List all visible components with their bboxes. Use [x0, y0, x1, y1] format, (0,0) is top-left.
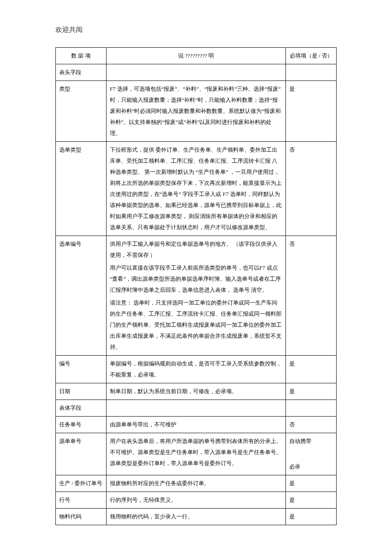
- cell-label: 任务单号: [56, 417, 107, 433]
- cell-label: 类型: [56, 81, 107, 142]
- cell-desc: 用户在表头选单后，将用户所选单据的单号携带到表体所有的分录上。不可维护。源单类型…: [106, 433, 286, 475]
- cell-desc: 由源单单号带出，不可维护: [106, 417, 286, 433]
- cell-req: 是: [286, 475, 337, 492]
- table-row: 选单类型 下拉框形式，提供 委外订单、生产任务单、生产领料单、委外加工出库单、受…: [56, 142, 337, 236]
- cell-req-spacer: [289, 449, 333, 460]
- cell-desc: 报废物料所对应的生产任务或委外订单。: [106, 475, 286, 492]
- col-required: 必填项（是 / 否）: [286, 48, 337, 64]
- cell-desc: 下拉框形式，提供 委外订单、生产任务单、生产领料单、委外加工出库单、受托加工领料…: [106, 142, 286, 236]
- section-empty: [286, 400, 337, 417]
- table-row: 日期 制单日期，默认为系统当前日期，可修改，必录项。 是: [56, 383, 337, 400]
- cell-desc-p3: 请注意： 选单时，只支持选同一加工单位的委外订单或同一生产车间的生产任务单、工序…: [110, 297, 282, 353]
- page-header: 欢迎共阅: [55, 26, 337, 35]
- cell-req: 否: [286, 142, 337, 236]
- cell-desc: 行的序列号，无特殊意义。: [106, 492, 286, 509]
- cell-label: 物料代码: [56, 509, 107, 525]
- cell-label: 源单单号: [56, 433, 107, 475]
- section-empty: [106, 400, 286, 417]
- col-data-item: 数 据 项: [56, 48, 107, 64]
- table-row: 行号 行的序列号，无特殊意义。 是: [56, 492, 337, 509]
- cell-req: 是: [286, 81, 337, 142]
- section-header-fields: 表头字段: [56, 64, 337, 81]
- table-row: 任务单号 由源单单号带出，不可维护 否: [56, 417, 337, 433]
- cell-req: 否: [286, 236, 337, 356]
- cell-desc: F7 选择，可选项包括“报废”、“补料”、“报废和补料”三种。选择“报废”时，只…: [106, 81, 286, 142]
- cell-req-p2: 必录: [289, 461, 333, 472]
- section-body-fields: 表体字段: [56, 400, 337, 417]
- cell-req: 否: [286, 417, 337, 433]
- cell-label: 编号: [56, 356, 107, 383]
- cell-desc: 供用户手工输入单据号和定位单据选单号的地方。 （该字段仅供录入使用，不需保存 ）…: [106, 236, 286, 356]
- section-empty: [106, 64, 286, 81]
- section-empty: [286, 64, 337, 81]
- cell-desc: 领用物料的代码，至少录入一行。: [106, 509, 286, 525]
- table-row: 源单单号 用户在表头选单后，将用户所选单据的单号携带到表体所有的分录上。不可维护…: [56, 433, 337, 475]
- col-description: 说 ????????? 明: [106, 48, 286, 64]
- fields-table: 数 据 项 说 ????????? 明 必填项（是 / 否） 表头字段 类型 F…: [55, 47, 337, 525]
- table-row: 编号 单据编号，根据编码规则自动生成，是否可手工录入受系统参数控制，不能重复，必…: [56, 356, 337, 383]
- cell-req: 是: [286, 492, 337, 509]
- cell-label: 行号: [56, 492, 107, 509]
- table-row: 生产 / 委外订单号 报废物料所对应的生产任务或委外订单。 是: [56, 475, 337, 492]
- cell-desc: 单据编号，根据编码规则自动生成，是否可手工录入受系统参数控制，不能重复，必录项。: [106, 356, 286, 383]
- cell-desc: 制单日期，默认为系统当前日期，可修改，必录项。: [106, 383, 286, 400]
- cell-desc-p1: 供用户手工输入单据号和定位单据选单号的地方。 （该字段仅供录入使用，不需保存 ）: [110, 239, 282, 261]
- section-label: 表头字段: [56, 64, 107, 81]
- table-row: 类型 F7 选择，可选项包括“报废”、“补料”、“报废和补料”三种。选择“报废”…: [56, 81, 337, 142]
- section-label: 表体字段: [56, 400, 107, 417]
- cell-label: 选单类型: [56, 142, 107, 236]
- table-row: 物料代码 领用物料的代码，至少录入一行。 是: [56, 509, 337, 525]
- cell-label: 生产 / 委外订单号: [56, 475, 107, 492]
- cell-label: 日期: [56, 383, 107, 400]
- cell-req: 是: [286, 383, 337, 400]
- cell-req: 是: [286, 509, 337, 525]
- cell-req: 是: [286, 356, 337, 383]
- cell-req-p1: 自动携带: [289, 436, 333, 447]
- cell-label: 选单编号: [56, 236, 107, 356]
- cell-req: 自动携带 必录: [286, 433, 337, 475]
- table-header-row: 数 据 项 说 ????????? 明 必填项（是 / 否）: [56, 48, 337, 64]
- table-row: 选单编号 供用户手工输入单据号和定位单据选单号的地方。 （该字段仅供录入使用，不…: [56, 236, 337, 356]
- cell-desc-p2: 用户可以直接在该字段手工录入前面所选类型的单号，也可以F7 或点“查看”，调出源…: [110, 262, 282, 296]
